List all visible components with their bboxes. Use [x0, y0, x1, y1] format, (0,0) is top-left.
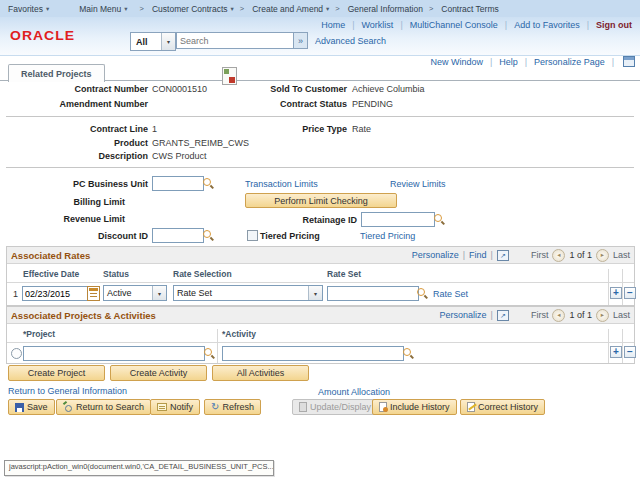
rate-set-link[interactable]: Rate Set	[433, 289, 468, 299]
description-value: CWS Product	[152, 151, 207, 161]
associated-rates-header: Associated Rates Personalize | Find | ↗ …	[7, 247, 634, 264]
project-input[interactable]	[23, 346, 205, 361]
notify-icon	[157, 403, 167, 411]
find-link[interactable]: Find	[469, 250, 487, 260]
save-icon	[15, 403, 24, 412]
pager-next-icon[interactable]: ▸	[596, 249, 609, 262]
pc-business-unit-input[interactable]	[152, 176, 204, 191]
include-history-button[interactable]: Include History	[372, 399, 457, 415]
link-home[interactable]: Home	[321, 20, 345, 30]
search-input[interactable]	[176, 32, 296, 49]
pager-first[interactable]: First	[531, 310, 549, 320]
breadcrumb-item-general-information[interactable]: General Information	[348, 4, 423, 14]
add-row-button[interactable]: +	[610, 346, 622, 358]
add-row-button[interactable]: +	[610, 287, 622, 299]
tiered-pricing-link[interactable]: Tiered Pricing	[360, 231, 415, 241]
search-scope-select[interactable]: All ▾	[130, 32, 176, 51]
associated-rates-row: 1 Active ▾ Rate Set ▾ Rate Set + −	[7, 283, 634, 305]
billing-limit-label: Billing Limit	[8, 197, 125, 207]
update-display-button: Update/Display	[292, 399, 378, 415]
lookup-icon[interactable]	[203, 178, 214, 189]
all-activities-button[interactable]: All Activities	[212, 365, 309, 381]
column-effective-date: Effective Date	[23, 269, 79, 279]
review-limits-link[interactable]: Review Limits	[390, 179, 446, 189]
divider	[6, 167, 634, 168]
delete-row-button[interactable]: −	[624, 346, 636, 358]
save-button[interactable]: Save	[8, 399, 55, 415]
breadcrumb-main-menu[interactable]: Main Menu ▾	[79, 4, 127, 14]
breadcrumb: Favorites ▾ Main Menu ▾ > Customer Contr…	[0, 0, 640, 17]
create-project-button[interactable]: Create Project	[8, 365, 105, 381]
breadcrumb-separator: >	[335, 4, 339, 13]
breadcrumb-item-customer-contracts[interactable]: Customer Contracts ▾	[152, 4, 234, 14]
personalize-layout-icon[interactable]	[623, 56, 635, 67]
calendar-icon[interactable]	[87, 286, 100, 301]
rate-selection-select[interactable]: Rate Set ▾	[173, 285, 323, 301]
associated-projects-header: Associated Projects & Activities Persona…	[7, 307, 634, 324]
link-add-to-favorites[interactable]: Add to Favorites	[514, 20, 580, 30]
row-select-radio[interactable]	[11, 348, 22, 359]
pager-last[interactable]: Last	[613, 250, 630, 260]
help-link[interactable]: Help	[499, 57, 518, 67]
lookup-icon[interactable]	[434, 214, 445, 225]
return-to-general-information-link[interactable]: Return to General Information	[8, 386, 127, 396]
return-to-search-button[interactable]: Return to Search	[56, 399, 151, 415]
breadcrumb-separator: >	[429, 4, 433, 13]
refresh-button[interactable]: ↻ Refresh	[204, 399, 261, 415]
breadcrumb-item-contract-terms[interactable]: Contract Terms	[441, 4, 498, 14]
personalize-link[interactable]: Personalize	[440, 310, 487, 320]
pager-position: 1 of 1	[569, 310, 592, 320]
pager-prev-icon[interactable]: ◂	[552, 309, 565, 322]
delete-row-button[interactable]: −	[624, 287, 636, 299]
activity-input[interactable]	[222, 346, 404, 361]
view-all-icon[interactable]: ↗	[497, 310, 509, 321]
notify-button[interactable]: Notify	[150, 399, 200, 415]
transaction-limits-link[interactable]: Transaction Limits	[245, 179, 318, 189]
header: ORACLE Home | Worklist | MultiChannel Co…	[0, 17, 640, 56]
discount-id-input[interactable]	[152, 228, 204, 243]
discount-id-label: Discount ID	[8, 231, 148, 241]
update-display-icon	[299, 402, 307, 412]
sold-to-customer-value: Achieve Columbia	[352, 84, 425, 94]
effective-date-input[interactable]	[22, 286, 90, 301]
perform-limit-checking-button[interactable]: Perform Limit Checking	[245, 193, 397, 208]
lookup-icon[interactable]	[403, 348, 414, 359]
chevron-down-icon: ▾	[124, 5, 127, 13]
link-multichannel-console[interactable]: MultiChannel Console	[410, 20, 498, 30]
retainage-id-input[interactable]	[361, 212, 435, 227]
personalize-link[interactable]: Personalize	[412, 250, 459, 260]
breadcrumb-item-create-and-amend[interactable]: Create and Amend ▾	[252, 4, 329, 14]
search-go-button[interactable]: »	[293, 32, 308, 49]
rate-set-input[interactable]	[327, 286, 419, 301]
pager-prev-icon[interactable]: ◂	[552, 249, 565, 262]
view-all-icon[interactable]: ↗	[497, 250, 509, 261]
breadcrumb-favorites[interactable]: Favorites ▾	[8, 4, 49, 14]
amount-allocation-link[interactable]: Amount Allocation	[318, 387, 390, 397]
lookup-icon[interactable]	[417, 288, 428, 299]
comments-icon[interactable]	[222, 67, 237, 85]
lookup-icon[interactable]	[204, 348, 215, 359]
chevron-down-icon: ▾	[231, 5, 234, 13]
page-utility-bar: New Window | Help | Personalize Page |	[430, 56, 635, 67]
link-worklist[interactable]: Worklist	[362, 20, 394, 30]
chevron-down-icon: ▾	[161, 33, 175, 50]
tiered-pricing-checkbox[interactable]	[247, 230, 258, 241]
new-window-link[interactable]: New Window	[430, 57, 483, 67]
pager-next-icon[interactable]: ▸	[596, 309, 609, 322]
pager-first[interactable]: First	[531, 250, 549, 260]
lookup-icon[interactable]	[203, 230, 214, 241]
page-root: Favorites ▾ Main Menu ▾ > Customer Contr…	[0, 0, 640, 480]
associated-rates-section: Associated Rates Personalize | Find | ↗ …	[6, 246, 635, 306]
status-select[interactable]: Active ▾	[103, 285, 167, 301]
advanced-search-link[interactable]: Advanced Search	[315, 36, 386, 46]
chevron-down-icon: ▾	[152, 286, 166, 300]
create-activity-button[interactable]: Create Activity	[110, 365, 207, 381]
tab-related-projects[interactable]: Related Projects	[8, 64, 105, 82]
correct-history-button[interactable]: Correct History	[460, 399, 545, 415]
contract-line-label: Contract Line	[8, 124, 148, 134]
price-type-value: Rate	[352, 124, 371, 134]
include-history-icon	[379, 402, 387, 412]
sign-out-link[interactable]: Sign out	[596, 20, 632, 30]
pager-last[interactable]: Last	[613, 310, 630, 320]
personalize-page-link[interactable]: Personalize Page	[534, 57, 605, 67]
